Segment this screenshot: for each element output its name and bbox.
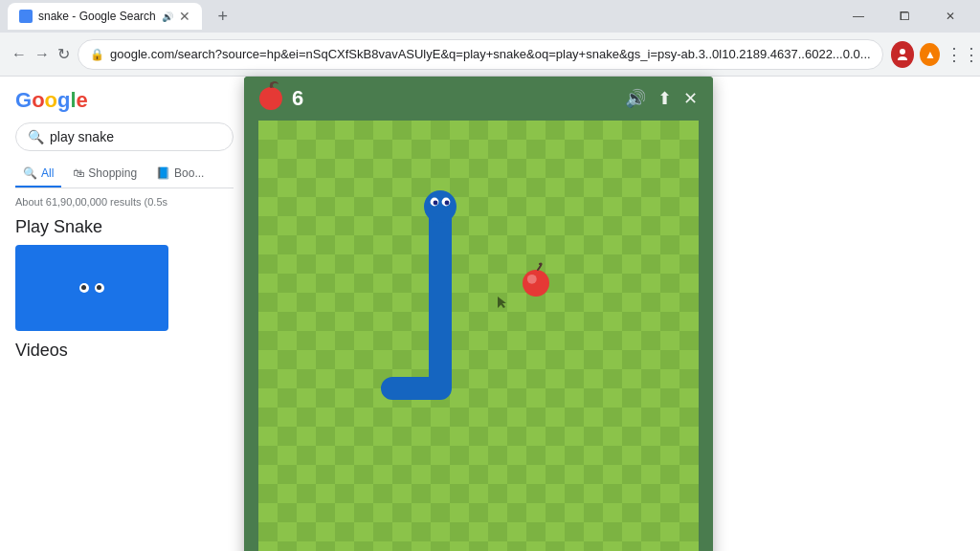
tab-all[interactable]: 🔍 All [15,161,61,187]
lock-icon: 🔒 [90,48,104,61]
tab-all-icon: 🔍 [23,166,37,180]
snake-canvas[interactable] [258,121,699,551]
tab-books-icon: 📘 [156,166,170,180]
play-snake-heading: Play Snake [15,217,234,237]
content-area: Google 🔍 play snake 🔍 All 🛍 Shopping 📘 B… [0,77,980,551]
profile-area: ▲ ⋮⋮⋮ Sign In 👤 [891,34,980,75]
refresh-button[interactable]: ↻ [57,41,70,68]
sound-button[interactable]: 🔊 [625,88,646,109]
tab-shopping-icon: 🛍 [73,166,84,180]
url-bar[interactable]: 🔒 google.com/search?source=hp&ei=nSqCXfS… [78,39,883,70]
close-window-button[interactable]: ✕ [928,0,972,33]
google-logo: Google [15,88,234,113]
search-panel: Google 🔍 play snake 🔍 All 🛍 Shopping 📘 B… [0,77,249,551]
close-game-button[interactable]: ✕ [683,88,698,109]
new-tab-button[interactable]: + [210,3,236,30]
forward-button[interactable]: → [34,41,50,68]
search-query: play snake [50,129,114,144]
score-display: 6 [292,86,615,111]
tab-shopping[interactable]: 🛍 Shopping [65,161,145,187]
share-button[interactable]: ⬆ [657,88,672,109]
tab-audio-icon: 🔊 [162,11,173,22]
browser-tab[interactable]: snake - Google Search 🔊 ✕ [8,3,202,30]
videos-heading: Videos [15,341,234,361]
back-button[interactable]: ← [11,41,27,68]
results-info: About 61,90,00,000 results (0.5s [15,196,234,208]
game-controls: 🔊 ⬆ ✕ [625,88,698,109]
minimize-button[interactable]: — [836,0,880,33]
apps-button[interactable]: ⋮⋮⋮ [946,44,980,65]
search-tabs: 🔍 All 🛍 Shopping 📘 Boo... [15,161,234,188]
search-icon: 🔍 [28,129,44,144]
tab-all-label: All [41,166,54,180]
score-apple-icon [259,87,282,110]
game-header: 6 🔊 ⬆ ✕ [244,77,713,121]
game-canvas[interactable] [258,121,699,551]
window-controls: — ⧠ ✕ [836,0,972,33]
tab-close-button[interactable]: ✕ [179,9,190,24]
title-bar: snake - Google Search 🔊 ✕ + — ⧠ ✕ [0,0,980,33]
tab-favicon [19,10,33,23]
maximize-button[interactable]: ⧠ [882,0,926,33]
address-bar: ← → ↻ 🔒 google.com/search?source=hp&ei=n… [0,33,980,77]
game-overlay: 6 🔊 ⬆ ✕ [244,77,713,551]
tab-books-label: Boo... [174,166,204,180]
profile-badge [891,41,915,68]
warning-badge: ▲ [920,43,940,66]
search-box[interactable]: 🔍 play snake [15,122,234,151]
tab-title: snake - Google Search [38,10,156,23]
tab-shopping-label: Shopping [88,166,137,180]
url-text: google.com/search?source=hp&ei=nSqCXfSkB… [110,47,871,61]
tab-books[interactable]: 📘 Boo... [148,161,212,187]
snake-thumbnail[interactable] [15,245,168,331]
